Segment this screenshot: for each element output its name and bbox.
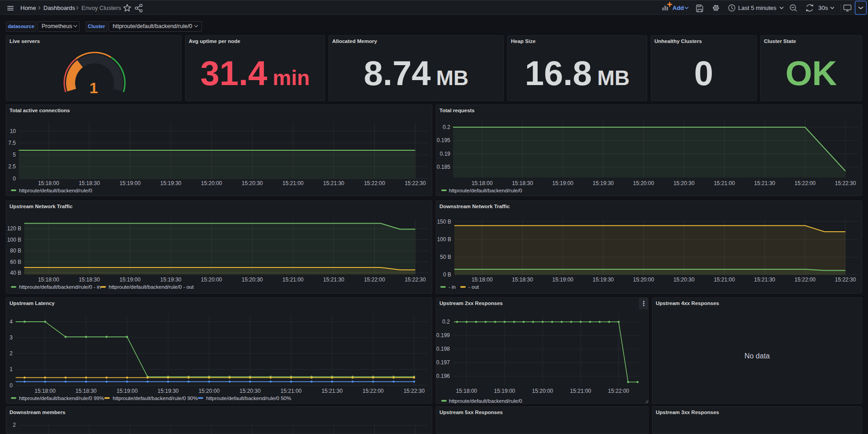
svg-text:5: 5 [13, 152, 16, 158]
svg-text:2: 2 [10, 350, 13, 357]
svg-text:15:18:00: 15:18:00 [472, 277, 493, 283]
svg-text:15:19:00: 15:19:00 [494, 388, 515, 394]
svg-text:0: 0 [10, 382, 13, 389]
svg-text:15:20:00: 15:20:00 [633, 180, 654, 186]
svg-text:15:20:30: 15:20:30 [242, 277, 263, 283]
svg-text:httproute/default/backend/rule: httproute/default/backend/rule/0 90% [113, 396, 198, 401]
svg-text:15:19:30: 15:19:30 [160, 180, 181, 186]
svg-text:15:19:00: 15:19:00 [552, 180, 573, 186]
svg-text:1: 1 [90, 79, 98, 96]
svg-text:0: 0 [13, 176, 16, 182]
svg-text:15:18:00: 15:18:00 [38, 180, 59, 186]
svg-text:15:19:30: 15:19:30 [593, 277, 614, 283]
svg-text:- in: - in [448, 284, 456, 290]
svg-text:15:20:30: 15:20:30 [239, 388, 261, 394]
svg-text:50 B: 50 B [440, 254, 451, 260]
svg-text:40 B: 40 B [10, 270, 21, 276]
svg-text:0.2: 0.2 [442, 319, 450, 325]
svg-text:15:21:00: 15:21:00 [714, 180, 735, 186]
svg-text:30s: 30s [818, 5, 828, 11]
svg-text:0 B: 0 B [443, 272, 451, 278]
svg-text:Add: Add [672, 5, 684, 11]
svg-text:15:22:30: 15:22:30 [405, 180, 426, 186]
svg-text:15:21:30: 15:21:30 [754, 277, 775, 283]
svg-text:7.5: 7.5 [8, 140, 16, 146]
svg-text:15:19:00: 15:19:00 [116, 388, 138, 394]
svg-text:3: 3 [10, 334, 13, 341]
svg-text:15:20:30: 15:20:30 [242, 180, 263, 186]
svg-text:0.185: 0.185 [437, 164, 450, 170]
svg-text:15:21:00: 15:21:00 [281, 388, 302, 394]
svg-text:15:18:30: 15:18:30 [76, 388, 97, 394]
svg-text:15:21:00: 15:21:00 [714, 277, 735, 283]
svg-text:15:18:00: 15:18:00 [472, 180, 493, 186]
svg-text:httproute/default/backend/rule: httproute/default/backend/rule/0 [19, 188, 92, 193]
svg-text:15:19:30: 15:19:30 [157, 388, 179, 394]
svg-text:15:22:30: 15:22:30 [404, 388, 425, 394]
svg-text:15:22:00: 15:22:00 [795, 277, 816, 283]
svg-text:0.199: 0.199 [436, 332, 450, 339]
svg-text:15:20:30: 15:20:30 [673, 277, 695, 283]
svg-text:15:22:30: 15:22:30 [835, 180, 856, 186]
svg-text:15:22:00: 15:22:00 [608, 388, 630, 394]
svg-text:httproute/default/backend/rule: httproute/default/backend/rule/0 [449, 188, 522, 193]
svg-text:0.2: 0.2 [443, 124, 450, 130]
svg-text:15:22:00: 15:22:00 [364, 277, 385, 283]
svg-text:15:20:00: 15:20:00 [201, 180, 222, 186]
svg-text:15:19:30: 15:19:30 [160, 277, 181, 283]
svg-text:4: 4 [10, 319, 13, 325]
svg-text:0.198: 0.198 [436, 346, 450, 352]
svg-text:15:18:00: 15:18:00 [456, 388, 477, 394]
svg-text:80 B: 80 B [10, 248, 21, 254]
svg-text:httproute/default/backend/rule: httproute/default/backend/rule/0 50% [206, 396, 291, 401]
svg-text:15:18:30: 15:18:30 [79, 180, 100, 186]
svg-text:15:21:30: 15:21:30 [323, 277, 344, 283]
svg-text:15:21:00: 15:21:00 [282, 180, 304, 186]
svg-text:15:19:00: 15:19:00 [552, 277, 573, 283]
svg-text:httproute/default/backend/rule: httproute/default/backend/rule/0 [449, 398, 522, 404]
svg-text:120 B: 120 B [7, 225, 21, 232]
svg-text:15:22:00: 15:22:00 [362, 388, 384, 394]
svg-text:15:18:00: 15:18:00 [38, 277, 59, 283]
svg-text:0.197: 0.197 [436, 359, 450, 366]
svg-text:100 B: 100 B [437, 236, 451, 243]
svg-text:0.19: 0.19 [440, 151, 451, 157]
svg-text:15:21:30: 15:21:30 [754, 180, 775, 186]
svg-text:15:21:30: 15:21:30 [323, 180, 344, 186]
svg-text:2.5: 2.5 [8, 163, 16, 170]
svg-text:0.195: 0.195 [437, 137, 450, 143]
svg-text:15:18:30: 15:18:30 [512, 277, 533, 283]
svg-text:- out: - out [468, 284, 479, 290]
svg-text:15:18:30: 15:18:30 [512, 180, 533, 186]
svg-text:15:20:00: 15:20:00 [199, 388, 220, 394]
svg-text:15:20:30: 15:20:30 [673, 180, 695, 186]
svg-text:0.196: 0.196 [436, 373, 450, 379]
svg-text:15:18:00: 15:18:00 [34, 388, 56, 394]
svg-text:15:20:00: 15:20:00 [532, 388, 553, 394]
svg-text:15:19:00: 15:19:00 [119, 180, 141, 186]
svg-text:15:21:30: 15:21:30 [321, 388, 343, 394]
svg-text:15:19:30: 15:19:30 [593, 180, 614, 186]
svg-text:15:19:00: 15:19:00 [119, 277, 141, 283]
svg-text:15:22:00: 15:22:00 [795, 180, 816, 186]
svg-text:100 B: 100 B [7, 237, 21, 243]
svg-text:15:22:30: 15:22:30 [405, 277, 426, 283]
svg-text:60 B: 60 B [10, 259, 21, 265]
svg-text:2: 2 [13, 422, 16, 428]
svg-text:15:22:30: 15:22:30 [835, 277, 856, 283]
svg-text:10: 10 [10, 128, 16, 134]
svg-text:15:21:00: 15:21:00 [282, 277, 304, 283]
svg-text:httproute/default/backend/rule: httproute/default/backend/rule/0 - out [109, 284, 194, 290]
svg-text:15:22:00: 15:22:00 [364, 180, 385, 186]
svg-text:15:20:00: 15:20:00 [633, 277, 654, 283]
svg-text:150 B: 150 B [437, 219, 451, 225]
svg-text:15:20:00: 15:20:00 [201, 277, 222, 283]
svg-text:1: 1 [10, 366, 13, 372]
svg-text:httproute/default/backend/rule: httproute/default/backend/rule/0 - in [19, 284, 101, 290]
svg-text:httproute/default/backend/rule: httproute/default/backend/rule/0 99% [19, 396, 104, 401]
svg-text:Last 5 minutes: Last 5 minutes [738, 5, 777, 11]
svg-text:15:21:00: 15:21:00 [570, 388, 591, 394]
svg-text:15:18:30: 15:18:30 [79, 277, 100, 283]
